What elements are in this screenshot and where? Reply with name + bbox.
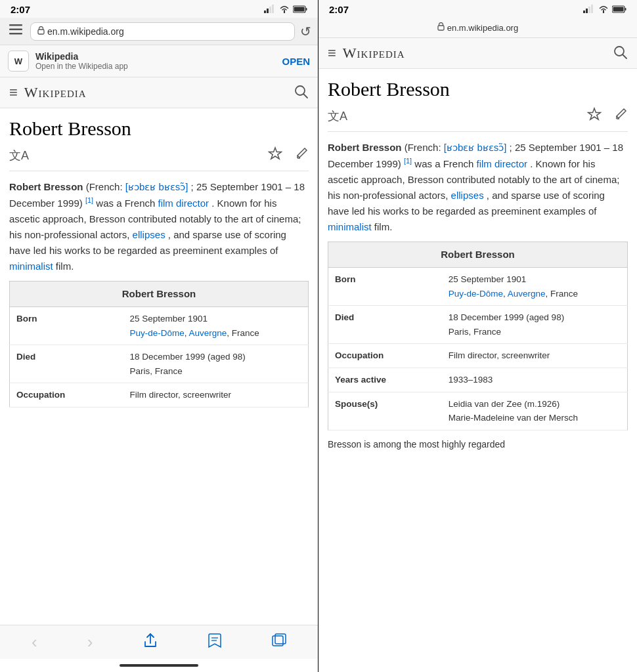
right-infobox-spouse-value: Leidia van der Zee (m.1926) Marie-Madele…: [442, 392, 628, 430]
svg-rect-0: [264, 10, 266, 13]
right-ellipses-link[interactable]: ellipses: [451, 190, 484, 201]
svg-rect-1: [267, 9, 269, 13]
left-ref1[interactable]: [1]: [85, 196, 93, 204]
right-ref1[interactable]: [1]: [404, 157, 412, 165]
right-infobox-died-value: 18 December 1999 (aged 98)Paris, France: [442, 306, 628, 344]
left-hamburger-button[interactable]: [7, 22, 25, 41]
left-infobox-title: Robert Bresson: [10, 282, 309, 307]
left-back-button[interactable]: ‹: [32, 632, 37, 652]
right-infobox: Robert Bresson Born 25 September 1901 Pu…: [328, 242, 628, 430]
left-minimalist-link[interactable]: minimalist: [9, 261, 53, 272]
right-infobox-spouse-row: Spouse(s) Leidia van der Zee (m.1926) Ma…: [328, 392, 628, 430]
left-article-content: Robert Bresson 文A: [0, 108, 318, 625]
svg-rect-2: [269, 7, 271, 13]
right-battery-icon: [612, 5, 626, 15]
svg-line-30: [623, 54, 627, 58]
right-subject-name: Robert Bresson: [328, 142, 402, 153]
left-puy-de-dome-link[interactable]: Puy-de-Dôme: [129, 328, 184, 338]
left-article-body: Robert Bresson (French: [ʁɔbɛʁ bʁɛsɔ̃] ;…: [9, 179, 309, 408]
svg-rect-22: [588, 7, 590, 13]
right-search-button[interactable]: [613, 45, 628, 62]
right-infobox-title: Robert Bresson: [328, 242, 628, 268]
right-infobox-born-row: Born 25 September 1901 Puy-de-Dôme, Auve…: [328, 268, 628, 306]
right-infobox-occupation-label: Occupation: [328, 344, 442, 368]
left-url-text: en.m.wikipedia.org: [47, 26, 124, 37]
left-share-button[interactable]: [143, 633, 158, 652]
right-wiki-menu-button[interactable]: ≡: [328, 45, 336, 62]
right-infobox-title-row: Robert Bresson: [328, 242, 628, 268]
right-article-body: Robert Bresson (French: [ʁɔbɛʁ bʁɛsɔ̃] ;…: [328, 140, 628, 452]
left-search-button[interactable]: [294, 85, 309, 101]
right-article-tools: 文A: [328, 107, 628, 132]
left-french-name-link[interactable]: [ʁɔbɛʁ bʁɛsɔ̃]: [125, 181, 188, 192]
left-forward-button[interactable]: ›: [87, 632, 93, 652]
left-status-bar: 2:07: [0, 0, 318, 18]
left-lang-icon[interactable]: 文A: [9, 148, 29, 163]
infobox-title-row: Robert Bresson: [10, 282, 309, 307]
left-address-bar: en.m.wikipedia.org ↺: [0, 18, 318, 45]
left-banner-title: Wikipedia: [35, 51, 275, 62]
right-lock-icon: [437, 22, 445, 33]
right-puy-de-dome-link[interactable]: Puy-de-Dôme: [449, 289, 503, 299]
left-lock-icon: [37, 26, 45, 37]
right-bookmark-button[interactable]: [587, 107, 602, 125]
right-wifi-icon: [598, 5, 609, 15]
right-article-tools-right: [587, 107, 628, 125]
right-time: 2:07: [329, 4, 349, 15]
right-signal-icon: [583, 5, 595, 15]
left-edit-button[interactable]: [296, 146, 309, 164]
left-bookmark-button[interactable]: [268, 146, 282, 164]
left-refresh-button[interactable]: ↺: [300, 24, 311, 39]
left-infobox-died-label: Died: [10, 345, 123, 383]
left-infobox: Robert Bresson Born 25 September 1901 Pu…: [9, 281, 309, 408]
right-url-box: en.m.wikipedia.org: [437, 22, 518, 33]
left-article-title: Robert Bresson: [9, 117, 309, 140]
left-intro-paragraph: Robert Bresson (French: [ʁɔbɛʁ bʁɛsɔ̃] ;…: [9, 179, 309, 274]
left-auvergne-link[interactable]: Auvergne: [188, 328, 227, 338]
right-edit-button[interactable]: [615, 107, 628, 125]
left-app-banner: W Wikipedia Open in the Wikipedia app OP…: [0, 45, 318, 77]
svg-rect-11: [38, 30, 44, 34]
left-battery-icon: [293, 5, 307, 15]
right-auvergne-link[interactable]: Auvergne: [508, 289, 546, 299]
right-status-bar: 2:07: [318, 0, 637, 18]
left-infobox-died-value: 18 December 1999 (aged 98)Paris, France: [123, 345, 308, 383]
right-lang-icon[interactable]: 文A: [328, 108, 347, 124]
left-banner-subtitle: Open in the Wikipedia app: [35, 62, 275, 71]
left-status-icons: [264, 5, 307, 15]
left-wiki-header-left: ≡ Wikipedia: [9, 84, 87, 101]
left-infobox-occupation-label: Occupation: [10, 383, 123, 408]
left-tabs-button[interactable]: [272, 633, 286, 652]
left-bookmarks-button[interactable]: [208, 633, 222, 652]
svg-rect-27: [613, 7, 624, 11]
left-time: 2:07: [11, 4, 30, 15]
left-banner-text: Wikipedia Open in the Wikipedia app: [35, 51, 275, 71]
right-intro-paragraph: Robert Bresson (French: [ʁɔbɛʁ bʁɛsɔ̃] ;…: [328, 140, 628, 235]
left-infobox-occupation-value: Film director, screenwriter: [123, 383, 308, 408]
right-french-name-link[interactable]: [ʁɔbɛʁ bʁɛsɔ̃]: [444, 142, 507, 153]
left-wiki-menu-button[interactable]: ≡: [9, 84, 18, 101]
right-panel: 2:07: [318, 0, 637, 672]
right-infobox-spouse-label: Spouse(s): [328, 392, 442, 430]
left-infobox-died-row: Died 18 December 1999 (aged 98)Paris, Fr…: [10, 345, 309, 383]
right-infobox-years-row: Years active 1933–1983: [328, 368, 628, 392]
svg-rect-10: [9, 33, 22, 35]
left-url-box[interactable]: en.m.wikipedia.org: [30, 22, 295, 41]
svg-line-13: [304, 94, 308, 98]
left-ellipses-link[interactable]: ellipses: [133, 229, 165, 240]
left-film-director-link[interactable]: film director: [158, 198, 209, 209]
right-film-director-link[interactable]: film director: [477, 158, 528, 169]
right-infobox-born-label: Born: [328, 268, 442, 306]
right-infobox-occupation-row: Occupation Film director, screenwriter: [328, 344, 628, 368]
right-article-title: Robert Bresson: [328, 78, 628, 100]
right-wiki-header: ≡ Wikipedia: [318, 38, 637, 69]
left-home-indicator: [0, 659, 318, 672]
left-infobox-occupation-row: Occupation Film director, screenwriter: [10, 383, 309, 408]
right-address-bar: en.m.wikipedia.org: [318, 18, 637, 38]
right-infobox-years-value: 1933–1983: [442, 368, 628, 392]
left-wifi-icon: [279, 5, 290, 15]
left-browser-bottom: ‹ ›: [0, 625, 318, 659]
left-open-button[interactable]: OPEN: [282, 56, 310, 67]
right-minimalist-link[interactable]: minimalist: [328, 221, 372, 232]
left-infobox-born-label: Born: [10, 307, 123, 345]
